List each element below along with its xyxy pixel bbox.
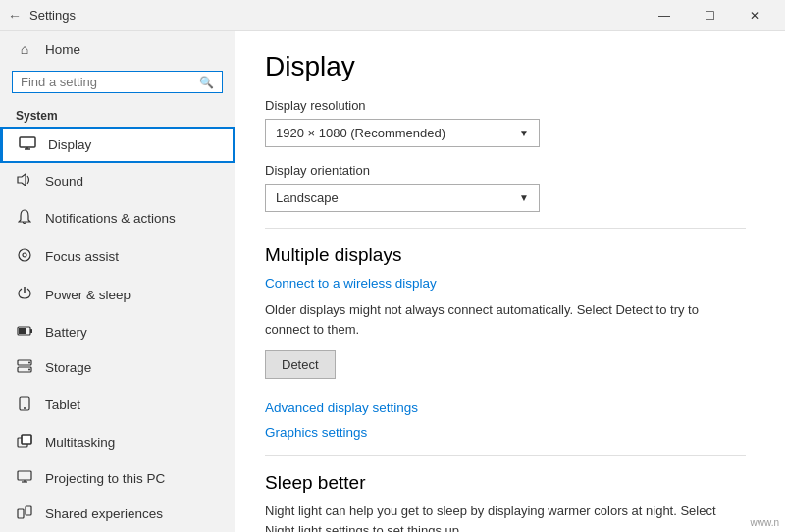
- home-icon: ⌂: [16, 41, 33, 57]
- divider-2: [265, 455, 746, 456]
- sidebar-item-storage-label: Storage: [45, 360, 91, 375]
- resolution-dropdown[interactable]: 1920 × 1080 (Recommended) ▼: [265, 119, 540, 147]
- svg-rect-0: [20, 137, 35, 147]
- orientation-dropdown[interactable]: Landscape ▼: [265, 184, 540, 212]
- svg-rect-16: [22, 435, 31, 444]
- graphics-settings-link[interactable]: Graphics settings: [265, 425, 746, 440]
- sidebar-item-projecting-label: Projecting to this PC: [45, 471, 165, 486]
- app-body: ⌂ Home 🔍 System Display: [0, 31, 785, 532]
- svg-point-14: [24, 407, 26, 409]
- sidebar-item-notifications-label: Notifications & actions: [45, 211, 176, 226]
- resolution-chevron-icon: ▼: [519, 128, 529, 138]
- orientation-chevron-icon: ▼: [519, 192, 529, 203]
- sidebar-item-shared[interactable]: Shared experiences: [0, 496, 235, 532]
- svg-rect-18: [18, 471, 31, 480]
- focus-icon: [16, 247, 33, 266]
- tablet-icon: [16, 396, 33, 414]
- sidebar-item-display[interactable]: Display: [0, 127, 235, 163]
- search-icon: 🔍: [191, 76, 222, 89]
- resolution-value: 1920 × 1080 (Recommended): [276, 126, 445, 140]
- resolution-label: Display resolution: [265, 98, 746, 113]
- svg-rect-8: [19, 328, 26, 334]
- sidebar-item-projecting[interactable]: Projecting to this PC: [0, 460, 235, 496]
- sidebar-item-shared-label: Shared experiences: [45, 506, 163, 521]
- divider-1: [265, 228, 746, 229]
- sidebar-item-sound-label: Sound: [45, 174, 83, 188]
- multiple-displays-description: Older displays might not always connect …: [265, 300, 746, 339]
- connect-wireless-link[interactable]: Connect to a wireless display: [265, 276, 746, 291]
- power-icon: [16, 286, 33, 304]
- sidebar-item-display-label: Display: [48, 137, 91, 152]
- detect-button[interactable]: Detect: [265, 350, 336, 379]
- svg-marker-3: [18, 174, 26, 186]
- display-icon: [19, 136, 36, 153]
- close-button[interactable]: ✕: [732, 0, 777, 31]
- svg-rect-21: [18, 509, 24, 518]
- svg-point-5: [23, 253, 26, 257]
- sleep-better-heading: Sleep better: [265, 472, 746, 494]
- sidebar-item-multitasking-label: Multitasking: [45, 435, 115, 450]
- main-panel: Display Display resolution 1920 × 1080 (…: [236, 31, 785, 532]
- battery-icon: [16, 324, 33, 340]
- svg-point-4: [19, 249, 30, 261]
- advanced-display-link[interactable]: Advanced display settings: [265, 400, 746, 415]
- sidebar-item-tablet-label: Tablet: [45, 398, 80, 412]
- projecting-icon: [16, 470, 33, 486]
- svg-point-12: [28, 369, 30, 371]
- svg-rect-22: [26, 506, 31, 515]
- sidebar-item-power-label: Power & sleep: [45, 288, 131, 302]
- sidebar-home-label: Home: [45, 42, 80, 57]
- svg-rect-7: [30, 329, 32, 333]
- minimize-button[interactable]: —: [642, 0, 687, 31]
- search-input[interactable]: [13, 75, 191, 89]
- orientation-value: Landscape: [276, 190, 339, 205]
- notifications-icon: [16, 209, 33, 228]
- sidebar-item-battery[interactable]: Battery: [0, 314, 235, 349]
- sidebar-item-home[interactable]: ⌂ Home: [0, 31, 235, 67]
- search-box[interactable]: 🔍: [12, 71, 223, 93]
- sidebar-item-sound[interactable]: Sound: [0, 163, 235, 199]
- maximize-button[interactable]: ☐: [687, 0, 732, 31]
- title-bar: ← Settings — ☐ ✕: [0, 0, 785, 31]
- sidebar-item-battery-label: Battery: [45, 325, 87, 340]
- sidebar-item-focus[interactable]: Focus assist: [0, 238, 235, 276]
- multitasking-icon: [16, 434, 33, 451]
- sidebar-item-storage[interactable]: Storage: [0, 349, 235, 386]
- title-bar-controls: — ☐ ✕: [642, 0, 777, 31]
- sidebar-item-tablet[interactable]: Tablet: [0, 386, 235, 424]
- orientation-label: Display orientation: [265, 163, 746, 178]
- title-bar-left: ← Settings: [8, 8, 642, 24]
- watermark: www.n: [751, 517, 779, 528]
- back-icon[interactable]: ←: [8, 8, 22, 24]
- storage-icon: [16, 359, 33, 376]
- sidebar-section-label: System: [0, 101, 235, 127]
- sidebar-item-multitasking[interactable]: Multitasking: [0, 424, 235, 460]
- sidebar-item-power[interactable]: Power & sleep: [0, 276, 235, 314]
- shared-icon: [16, 505, 33, 522]
- sleep-better-description: Night light can help you get to sleep by…: [265, 502, 746, 532]
- multiple-displays-heading: Multiple displays: [265, 244, 746, 266]
- svg-point-11: [28, 362, 30, 364]
- sidebar-item-focus-label: Focus assist: [45, 249, 119, 264]
- sidebar: ⌂ Home 🔍 System Display: [0, 31, 236, 532]
- title-bar-title: Settings: [29, 8, 76, 23]
- sidebar-item-notifications[interactable]: Notifications & actions: [0, 199, 235, 238]
- page-title: Display: [265, 51, 746, 82]
- sound-icon: [16, 173, 33, 189]
